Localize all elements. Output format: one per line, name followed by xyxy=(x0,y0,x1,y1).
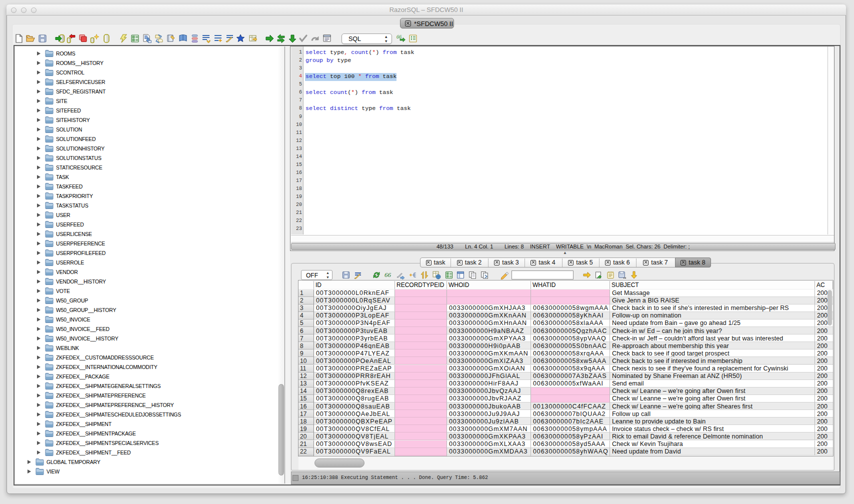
svg-text:66: 66 xyxy=(384,271,392,278)
svg-text:66: 66 xyxy=(396,34,402,40)
